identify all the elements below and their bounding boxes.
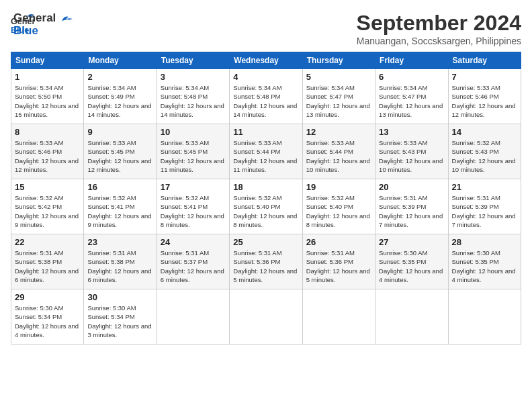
calendar-cell bbox=[302, 289, 375, 345]
day-number: 17 bbox=[161, 182, 226, 192]
calendar-cell: 20 Sunrise: 5:31 AM Sunset: 5:39 PM Dayl… bbox=[375, 179, 448, 234]
calendar-cell: 14 Sunrise: 5:32 AM Sunset: 5:43 PM Dayl… bbox=[448, 124, 521, 179]
day-info: Sunrise: 5:33 AM Sunset: 5:44 PM Dayligh… bbox=[233, 138, 298, 174]
sunrise-text: Sunrise: 5:30 AM bbox=[379, 248, 444, 257]
day-info: Sunrise: 5:33 AM Sunset: 5:45 PM Dayligh… bbox=[87, 138, 152, 174]
day-number: 27 bbox=[379, 237, 444, 247]
sunset-text: Sunset: 5:36 PM bbox=[306, 257, 371, 266]
daylight-text: Daylight: 12 hours and 5 minutes. bbox=[306, 267, 371, 285]
calendar-cell: 6 Sunrise: 5:34 AM Sunset: 5:47 PM Dayli… bbox=[375, 69, 448, 124]
page-container: General Blue General Blue September 2024… bbox=[11, 11, 521, 345]
day-info: Sunrise: 5:34 AM Sunset: 5:50 PM Dayligh… bbox=[15, 83, 80, 119]
day-info: Sunrise: 5:33 AM Sunset: 5:46 PM Dayligh… bbox=[15, 138, 80, 174]
day-number: 10 bbox=[161, 127, 226, 137]
calendar-cell: 7 Sunrise: 5:33 AM Sunset: 5:46 PM Dayli… bbox=[448, 69, 521, 124]
calendar-cell: 24 Sunrise: 5:31 AM Sunset: 5:37 PM Dayl… bbox=[157, 234, 229, 289]
header-thursday: Thursday bbox=[302, 52, 375, 69]
daylight-text: Daylight: 12 hours and 10 minutes. bbox=[306, 156, 371, 175]
calendar-cell: 29 Sunrise: 5:30 AM Sunset: 5:34 PM Dayl… bbox=[11, 289, 84, 345]
day-info: Sunrise: 5:32 AM Sunset: 5:40 PM Dayligh… bbox=[233, 193, 298, 229]
title-area: September 2024 Manuangan, Soccsksargen, … bbox=[357, 11, 521, 46]
sunrise-text: Sunrise: 5:31 AM bbox=[452, 193, 517, 202]
logo-general: General bbox=[13, 12, 75, 25]
sunrise-text: Sunrise: 5:34 AM bbox=[233, 83, 298, 92]
sunset-text: Sunset: 5:37 PM bbox=[161, 257, 226, 266]
sunset-text: Sunset: 5:44 PM bbox=[306, 147, 371, 156]
daylight-text: Daylight: 12 hours and 3 minutes. bbox=[87, 322, 152, 340]
day-number: 7 bbox=[452, 72, 517, 82]
sunset-text: Sunset: 5:43 PM bbox=[379, 147, 444, 156]
header: General Blue General Blue September 2024… bbox=[11, 11, 521, 46]
day-info: Sunrise: 5:30 AM Sunset: 5:34 PM Dayligh… bbox=[15, 304, 80, 339]
day-number: 14 bbox=[452, 127, 517, 137]
calendar-cell: 9 Sunrise: 5:33 AM Sunset: 5:45 PM Dayli… bbox=[84, 124, 157, 179]
day-info: Sunrise: 5:33 AM Sunset: 5:45 PM Dayligh… bbox=[161, 138, 226, 174]
day-info: Sunrise: 5:34 AM Sunset: 5:47 PM Dayligh… bbox=[306, 83, 371, 119]
sunset-text: Sunset: 5:48 PM bbox=[161, 92, 226, 101]
daylight-text: Daylight: 12 hours and 14 minutes. bbox=[87, 101, 152, 120]
sunrise-text: Sunrise: 5:33 AM bbox=[87, 138, 152, 147]
sunrise-text: Sunrise: 5:30 AM bbox=[452, 248, 517, 257]
day-number: 20 bbox=[379, 182, 444, 192]
calendar-cell bbox=[230, 289, 302, 345]
calendar-week-row: 1 Sunrise: 5:34 AM Sunset: 5:50 PM Dayli… bbox=[11, 69, 521, 124]
day-number: 6 bbox=[379, 72, 444, 82]
calendar-cell: 18 Sunrise: 5:32 AM Sunset: 5:40 PM Dayl… bbox=[230, 179, 302, 234]
sunset-text: Sunset: 5:34 PM bbox=[87, 312, 152, 321]
calendar-cell: 23 Sunrise: 5:31 AM Sunset: 5:38 PM Dayl… bbox=[84, 234, 157, 289]
calendar-cell: 17 Sunrise: 5:32 AM Sunset: 5:41 PM Dayl… bbox=[157, 179, 229, 234]
daylight-text: Daylight: 12 hours and 7 minutes. bbox=[379, 212, 444, 230]
day-info: Sunrise: 5:30 AM Sunset: 5:34 PM Dayligh… bbox=[87, 304, 152, 339]
daylight-text: Daylight: 12 hours and 13 minutes. bbox=[379, 101, 444, 120]
sunset-text: Sunset: 5:38 PM bbox=[15, 257, 80, 266]
daylight-text: Daylight: 12 hours and 5 minutes. bbox=[233, 267, 298, 285]
calendar-cell: 1 Sunrise: 5:34 AM Sunset: 5:50 PM Dayli… bbox=[11, 69, 84, 124]
day-info: Sunrise: 5:30 AM Sunset: 5:35 PM Dayligh… bbox=[379, 248, 444, 284]
calendar-cell: 16 Sunrise: 5:32 AM Sunset: 5:41 PM Dayl… bbox=[84, 179, 157, 234]
day-number: 9 bbox=[87, 127, 152, 137]
calendar-cell: 26 Sunrise: 5:31 AM Sunset: 5:36 PM Dayl… bbox=[302, 234, 375, 289]
header-sunday: Sunday bbox=[11, 52, 84, 69]
day-info: Sunrise: 5:32 AM Sunset: 5:42 PM Dayligh… bbox=[15, 193, 80, 229]
sunrise-text: Sunrise: 5:34 AM bbox=[379, 83, 444, 92]
sunrise-text: Sunrise: 5:34 AM bbox=[161, 83, 226, 92]
sunrise-text: Sunrise: 5:34 AM bbox=[15, 83, 80, 92]
sunset-text: Sunset: 5:47 PM bbox=[379, 92, 444, 101]
weekday-header-row: Sunday Monday Tuesday Wednesday Thursday… bbox=[11, 52, 521, 69]
day-info: Sunrise: 5:32 AM Sunset: 5:41 PM Dayligh… bbox=[161, 193, 226, 229]
day-info: Sunrise: 5:34 AM Sunset: 5:48 PM Dayligh… bbox=[233, 83, 298, 119]
daylight-text: Daylight: 12 hours and 12 minutes. bbox=[15, 156, 80, 175]
day-number: 23 bbox=[87, 237, 152, 247]
day-number: 19 bbox=[306, 182, 371, 192]
daylight-text: Daylight: 12 hours and 4 minutes. bbox=[15, 322, 80, 340]
sunrise-text: Sunrise: 5:30 AM bbox=[15, 304, 80, 312]
daylight-text: Daylight: 12 hours and 6 minutes. bbox=[15, 267, 80, 285]
sunrise-text: Sunrise: 5:33 AM bbox=[15, 138, 80, 147]
daylight-text: Daylight: 12 hours and 10 minutes. bbox=[452, 156, 517, 175]
logo-label: General Blue bbox=[13, 12, 75, 37]
day-number: 30 bbox=[87, 292, 152, 302]
sunset-text: Sunset: 5:50 PM bbox=[15, 92, 80, 101]
day-number: 28 bbox=[452, 237, 517, 247]
daylight-text: Daylight: 12 hours and 4 minutes. bbox=[379, 267, 444, 285]
daylight-text: Daylight: 12 hours and 6 minutes. bbox=[87, 267, 152, 285]
sunrise-text: Sunrise: 5:32 AM bbox=[306, 193, 371, 202]
daylight-text: Daylight: 12 hours and 8 minutes. bbox=[161, 212, 226, 230]
sunset-text: Sunset: 5:48 PM bbox=[233, 92, 298, 101]
day-number: 3 bbox=[161, 72, 226, 82]
sunrise-text: Sunrise: 5:34 AM bbox=[306, 83, 371, 92]
calendar-cell: 30 Sunrise: 5:30 AM Sunset: 5:34 PM Dayl… bbox=[84, 289, 157, 345]
day-number: 4 bbox=[233, 72, 298, 82]
sunrise-text: Sunrise: 5:32 AM bbox=[15, 193, 80, 202]
daylight-text: Daylight: 12 hours and 6 minutes. bbox=[161, 267, 226, 285]
calendar-cell: 8 Sunrise: 5:33 AM Sunset: 5:46 PM Dayli… bbox=[11, 124, 84, 179]
logo: General Blue General Blue bbox=[11, 11, 75, 37]
logo-blue: Blue bbox=[13, 25, 75, 38]
calendar-cell: 19 Sunrise: 5:32 AM Sunset: 5:40 PM Dayl… bbox=[302, 179, 375, 234]
daylight-text: Daylight: 12 hours and 10 minutes. bbox=[379, 156, 444, 175]
sunset-text: Sunset: 5:34 PM bbox=[15, 312, 80, 321]
calendar-cell: 22 Sunrise: 5:31 AM Sunset: 5:38 PM Dayl… bbox=[11, 234, 84, 289]
sunrise-text: Sunrise: 5:32 AM bbox=[161, 193, 226, 202]
day-number: 16 bbox=[87, 182, 152, 192]
calendar-cell: 5 Sunrise: 5:34 AM Sunset: 5:47 PM Dayli… bbox=[302, 69, 375, 124]
